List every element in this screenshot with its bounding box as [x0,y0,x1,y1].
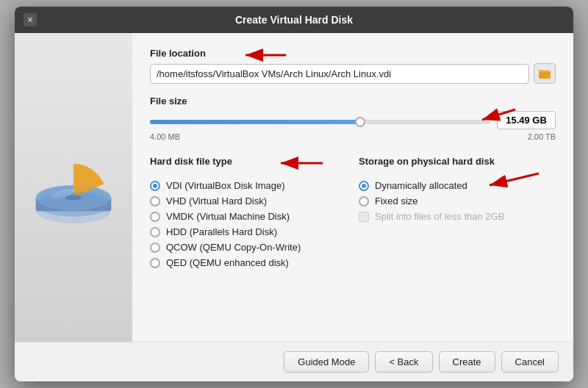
svg-point-8 [36,192,111,216]
file-size-label: File size [150,96,556,107]
radio-vhd[interactable]: VHD (Virtual Hard Disk) [150,195,347,206]
close-icon: × [27,15,32,25]
sidebar-illustration [15,33,132,342]
create-button[interactable]: Create [439,351,495,373]
storage-type-radio-group: Dynamically allocated Fixed size Split i… [359,180,556,222]
main-content: File location [132,33,573,342]
slider-fill [150,120,360,124]
disk-icon [29,143,118,231]
split-files-checkbox [359,212,369,222]
radio-fixed-label: Fixed size [375,195,418,206]
slider-track [150,120,490,124]
radio-vhd-label: VHD (Virtual Hard Disk) [166,195,267,206]
radio-qcow[interactable]: QCOW (QEMU Copy-On-Write) [150,242,347,253]
slider-min-label: 4.00 MB [150,132,180,141]
split-files-checkbox-item[interactable]: Split into files of less than 2GB [359,211,556,222]
close-button[interactable]: × [24,13,37,26]
file-path-input[interactable] [150,64,529,84]
radio-dynamic[interactable]: Dynamically allocated [359,180,556,191]
radio-hdd[interactable]: HDD (Parallels Hard Disk) [150,226,347,237]
radio-vhd-circle [150,196,160,206]
slider-max-label: 2.00 TB [528,132,556,141]
radio-vdi[interactable]: VDI (VirtualBox Disk Image) [150,180,347,191]
radio-hdd-circle [150,227,160,237]
radio-fixed[interactable]: Fixed size [359,195,556,206]
radio-qcow-label: QCOW (QEMU Copy-On-Write) [166,242,301,253]
dialog-footer: Guided Mode < Back Create Cancel [15,342,573,381]
radio-qcow-circle [150,242,160,253]
arrow-disk-type [275,154,326,172]
radio-vmdk[interactable]: VMDK (Virtual Machine Disk) [150,211,347,222]
storage-type-column: Storage on physical hard disk [359,156,556,268]
radio-fixed-circle [359,196,369,206]
folder-browse-button[interactable] [534,63,556,84]
size-input-wrapper: 15.49 GB 4.00 MB 2.00 TB [150,111,556,141]
back-button[interactable]: < Back [375,351,432,373]
create-virtual-hard-disk-dialog: × Create Virtual Hard Disk [15,7,573,381]
slider-labels: 4.00 MB 2.00 TB [150,132,556,141]
hard-disk-type-label: Hard disk file type [150,156,232,167]
radio-vdi-circle [150,181,160,191]
radio-qed-label: QED (QEMU enhanced disk) [166,257,289,268]
radio-vmdk-circle [150,212,160,222]
hard-disk-type-radio-group: VDI (VirtualBox Disk Image) VHD (Virtual… [150,180,347,268]
split-files-label: Split into files of less than 2GB [375,211,504,222]
storage-type-label: Storage on physical hard disk [359,156,495,167]
file-size-section: File size [150,96,556,141]
file-location-label: File location [150,48,556,59]
title-bar: × Create Virtual Hard Disk [15,7,573,33]
file-location-row [150,63,556,84]
folder-icon [539,68,551,79]
cancel-button[interactable]: Cancel [501,351,559,373]
radio-hdd-label: HDD (Parallels Hard Disk) [166,226,277,237]
two-columns: Hard disk file type [150,156,556,268]
radio-qed-circle [150,258,160,268]
radio-qed[interactable]: QED (QEMU enhanced disk) [150,257,347,268]
guided-mode-button[interactable]: Guided Mode [284,351,369,373]
radio-vmdk-label: VMDK (Virtual Machine Disk) [166,211,290,222]
dialog-body: File location [15,33,573,342]
size-value-display[interactable]: 15.49 GB [497,111,556,129]
radio-dynamic-label: Dynamically allocated [375,180,467,191]
slider-thumb[interactable] [355,117,365,127]
radio-dynamic-circle [359,181,369,191]
radio-vdi-label: VDI (VirtualBox Disk Image) [166,180,285,191]
hard-disk-type-column: Hard disk file type [150,156,347,268]
dialog-title: Create Virtual Hard Disk [235,14,353,26]
